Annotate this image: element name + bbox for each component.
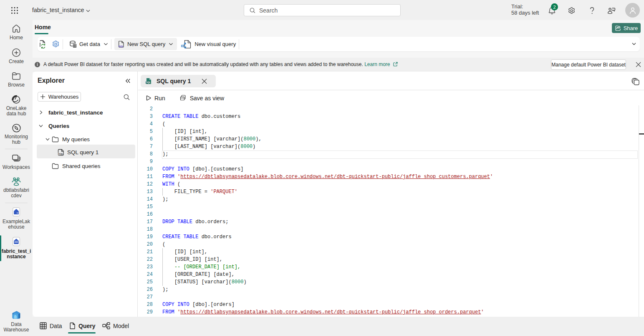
svg-text:SQL: SQL [119,45,124,48]
svg-text:SQL: SQL [146,81,151,84]
svg-text:SQL: SQL [58,153,63,155]
